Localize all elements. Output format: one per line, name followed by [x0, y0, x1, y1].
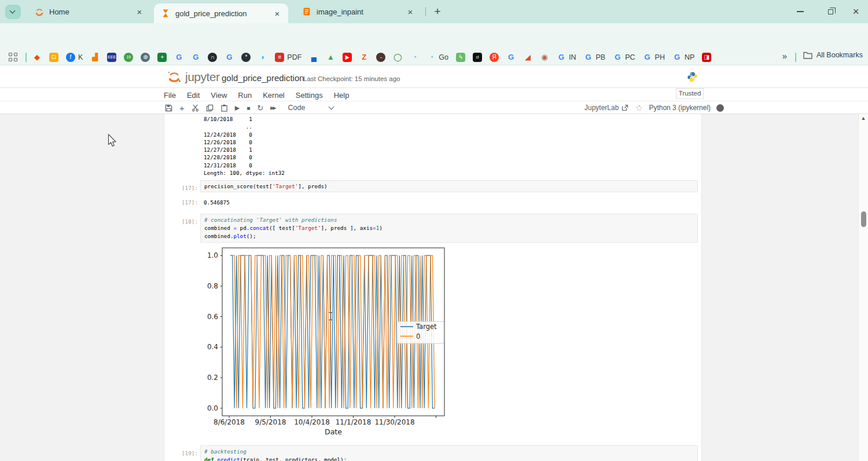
hourglass-loading-icon	[161, 9, 170, 18]
bookmark-orange-tool[interactable]: ⊡	[49, 53, 58, 62]
code-input[interactable]: # backtestingdef predict(train, test, pr…	[200, 445, 698, 461]
bookmark-swirl-go[interactable]: ◔Go	[426, 53, 448, 62]
new-tab-button[interactable]: +	[431, 5, 444, 19]
cut-cells-button[interactable]	[192, 104, 199, 112]
jupyter-logo[interactable]: jupyter	[167, 69, 220, 85]
eee-icon: EEE	[107, 53, 116, 62]
stop-kernel-button[interactable]: ■	[247, 105, 250, 111]
menu-run[interactable]: Run	[238, 91, 252, 100]
bookmark-google-2[interactable]: G	[191, 53, 200, 62]
bookmark-g-np[interactable]: GNP	[672, 53, 694, 62]
g-ph-icon: G	[643, 53, 652, 62]
svg-text:0: 0	[416, 332, 420, 341]
bookmark-blue-whale[interactable]: ◗	[258, 53, 267, 62]
bookmark-sheets[interactable]: +	[157, 53, 167, 62]
bookmark-yandex[interactable]: Я	[490, 53, 499, 62]
svg-text:11/30/2018: 11/30/2018	[374, 418, 414, 426]
scrollbar-up-arrow[interactable]: ▲	[859, 115, 868, 121]
all-bookmarks-button[interactable]: All Bookmarks	[803, 51, 863, 59]
bookmark-google-1[interactable]: G	[174, 53, 183, 62]
input-prompt: [17]:	[182, 185, 198, 191]
menu-file[interactable]: File	[164, 91, 176, 100]
bookmark-cl-site[interactable]: cl	[473, 53, 482, 62]
kernel-name[interactable]: Python 3 (ipykernel)	[649, 104, 711, 112]
tab-search-button[interactable]	[5, 5, 21, 19]
bookmark-label: K	[78, 53, 83, 61]
notebook-cells-column: 8/10/2018 1 .. 12/24/2018 0 12/26/2018 0…	[164, 114, 702, 461]
svg-text:Date: Date	[325, 427, 342, 436]
menu-help[interactable]: Help	[334, 91, 350, 100]
bookmarks-overflow-button[interactable]: »	[779, 51, 790, 63]
google-2-icon: G	[191, 53, 200, 62]
window-maximize-button[interactable]	[821, 0, 840, 23]
cell-type-dropdown[interactable]: Code	[288, 104, 306, 112]
bookmark-green-19[interactable]: 19	[124, 53, 133, 62]
tab-gold-price-prediction[interactable]: gold_price_prediction ×	[154, 3, 288, 23]
bookmark-flash[interactable]: ϟ	[456, 53, 465, 62]
close-icon[interactable]: ×	[405, 7, 415, 17]
scrollbar-thumb[interactable]	[861, 211, 866, 227]
bookmark-label: PDF	[287, 53, 301, 61]
bookmark-swirl[interactable]: ◔	[410, 53, 419, 62]
code-input[interactable]: precision_score(test['Target'], preds)	[200, 180, 698, 192]
menu-edit[interactable]: Edit	[187, 91, 200, 100]
bookmark-eee[interactable]: EEE	[107, 53, 116, 62]
menu-kernel[interactable]: Kernel	[263, 91, 285, 100]
restart-run-all-button[interactable]: ▶▶	[270, 105, 275, 111]
bookmark-globe[interactable]: ⊕	[141, 53, 150, 62]
svg-text:0.0: 0.0	[207, 404, 218, 412]
bookmark-g-pc[interactable]: GPC	[613, 53, 635, 62]
bookmark-android[interactable]: ▲	[326, 53, 335, 62]
bookmark-label: PB	[596, 53, 606, 61]
bookmark-g-in[interactable]: GIN	[557, 53, 576, 62]
bookmark-eye[interactable]: ◉	[540, 53, 549, 62]
bookmark-g-ph[interactable]: GPH	[643, 53, 665, 62]
bookmark-green-ring[interactable]: ◯	[393, 53, 402, 62]
bookmark-kite[interactable]: ◆	[32, 53, 42, 62]
paste-cells-button[interactable]	[220, 104, 228, 112]
close-icon[interactable]: ×	[134, 7, 145, 17]
tab-home[interactable]: Home ×	[25, 0, 149, 23]
insert-cell-button[interactable]: +	[179, 103, 185, 113]
code-input[interactable]: # concatinating 'Target' with prediction…	[200, 214, 698, 243]
window-minimize-button[interactable]	[790, 0, 810, 23]
jupyterlab-link[interactable]: JupyterLab	[584, 104, 628, 112]
close-icon[interactable]: ×	[272, 9, 282, 19]
jupyter-header: jupyter gold_price_prediction Last Check…	[0, 65, 868, 88]
svg-text:0.4: 0.4	[207, 343, 218, 351]
trusted-badge[interactable]: Trusted	[676, 88, 704, 99]
window-close-button[interactable]: ×	[846, 0, 866, 23]
bookmark-analytics[interactable]: ▟	[90, 53, 100, 62]
bookmark-dark-wheel[interactable]: *	[241, 53, 251, 62]
menu-settings[interactable]: Settings	[296, 91, 323, 100]
dark-oval-icon: -	[376, 53, 385, 62]
bookmark-z-site[interactable]: Z	[359, 53, 369, 62]
notebook-title[interactable]: gold_price_prediction	[222, 73, 304, 83]
kernel-busy-indicator	[716, 104, 724, 112]
scrollbar-track[interactable]: ▲	[858, 114, 868, 461]
android-icon: ▲	[326, 53, 335, 62]
apps-grid-icon[interactable]	[9, 53, 17, 61]
tab-image-inpaint[interactable]: image_inpaint ×	[293, 0, 420, 23]
save-button[interactable]	[165, 104, 172, 112]
menu-view[interactable]: View	[211, 91, 227, 100]
bookmark-pdf[interactable]: ≡PDF	[275, 53, 301, 62]
run-cell-button[interactable]: ▶	[235, 104, 240, 112]
bookmark-g-pb[interactable]: GPB	[584, 53, 606, 62]
bookmark-facebook-k[interactable]: fK	[66, 53, 83, 62]
g-in-icon: G	[557, 53, 566, 62]
bookmark-google-4[interactable]: G	[506, 53, 516, 62]
bookmark-github[interactable]: ∩	[208, 53, 217, 62]
copy-cells-button[interactable]	[206, 104, 214, 112]
google-1-icon: G	[174, 53, 183, 62]
bookmark-google-3[interactable]: G	[225, 53, 234, 62]
bookmark-blue-bed[interactable]: ▄	[309, 53, 318, 62]
bookmark-youtube[interactable]: ▶	[343, 53, 352, 62]
python-logo-icon	[687, 71, 698, 82]
bookmark-dark-oval[interactable]: -	[376, 53, 385, 62]
bookmark-matlab[interactable]: ◢	[523, 53, 532, 62]
globe-icon: ⊕	[141, 53, 150, 62]
restart-kernel-button[interactable]: ↻	[257, 104, 263, 112]
bookmark-red-exit[interactable]: ◨	[702, 53, 711, 62]
chevron-down-icon[interactable]	[329, 104, 334, 110]
